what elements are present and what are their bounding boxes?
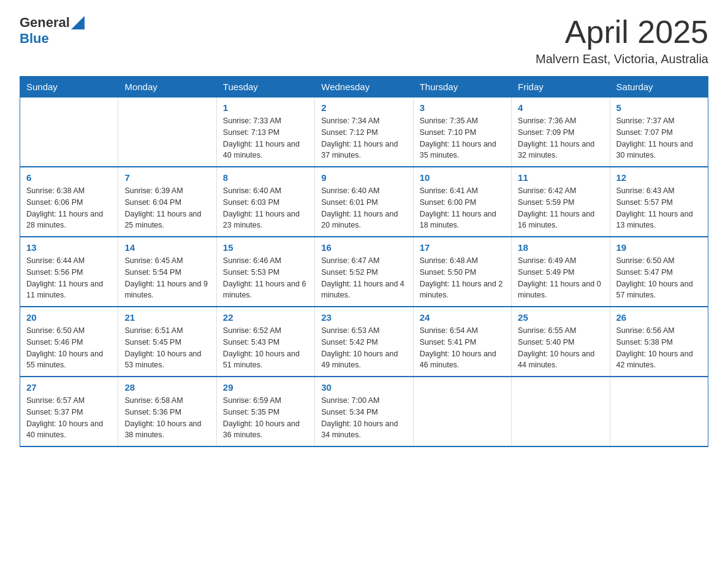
day-number: 14 [124, 242, 210, 253]
day-info: Sunrise: 6:42 AM Sunset: 5:59 PM Dayligh… [518, 185, 603, 231]
calendar-cell: 24Sunrise: 6:54 AM Sunset: 5:41 PM Dayli… [413, 307, 511, 377]
logo-blue-text: Blue [20, 31, 49, 47]
calendar-cell [413, 377, 511, 446]
calendar-cell: 26Sunrise: 6:56 AM Sunset: 5:38 PM Dayli… [610, 307, 708, 377]
day-number: 11 [518, 172, 603, 183]
calendar-cell: 15Sunrise: 6:46 AM Sunset: 5:53 PM Dayli… [216, 237, 314, 307]
day-number: 22 [223, 312, 308, 323]
calendar-cell: 20Sunrise: 6:50 AM Sunset: 5:46 PM Dayli… [20, 307, 118, 377]
day-info: Sunrise: 6:56 AM Sunset: 5:38 PM Dayligh… [616, 325, 702, 371]
day-number: 25 [518, 312, 603, 323]
day-number: 5 [616, 102, 702, 113]
day-number: 24 [420, 312, 505, 323]
day-info: Sunrise: 6:54 AM Sunset: 5:41 PM Dayligh… [420, 325, 505, 371]
day-number: 23 [321, 312, 406, 323]
calendar-cell: 16Sunrise: 6:47 AM Sunset: 5:52 PM Dayli… [315, 237, 413, 307]
logo-triangle-icon [71, 16, 85, 29]
calendar-cell: 18Sunrise: 6:49 AM Sunset: 5:49 PM Dayli… [512, 237, 610, 307]
calendar-cell: 22Sunrise: 6:52 AM Sunset: 5:43 PM Dayli… [216, 307, 314, 377]
day-number: 15 [223, 242, 308, 253]
day-info: Sunrise: 6:47 AM Sunset: 5:52 PM Dayligh… [321, 255, 406, 301]
calendar-cell: 3Sunrise: 7:35 AM Sunset: 7:10 PM Daylig… [413, 98, 511, 167]
day-info: Sunrise: 6:51 AM Sunset: 5:45 PM Dayligh… [124, 325, 210, 371]
day-info: Sunrise: 6:39 AM Sunset: 6:04 PM Dayligh… [124, 185, 210, 231]
day-info: Sunrise: 6:46 AM Sunset: 5:53 PM Dayligh… [223, 255, 308, 301]
col-tuesday: Tuesday [216, 77, 314, 98]
calendar-table: Sunday Monday Tuesday Wednesday Thursday… [20, 76, 708, 447]
calendar-week-row: 13Sunrise: 6:44 AM Sunset: 5:56 PM Dayli… [20, 237, 708, 307]
calendar-cell: 14Sunrise: 6:45 AM Sunset: 5:54 PM Dayli… [118, 237, 216, 307]
day-number: 13 [26, 242, 112, 253]
calendar-week-row: 1Sunrise: 7:33 AM Sunset: 7:13 PM Daylig… [20, 98, 708, 167]
col-sunday: Sunday [20, 77, 118, 98]
day-number: 30 [321, 382, 406, 393]
day-number: 21 [124, 312, 210, 323]
calendar-cell: 11Sunrise: 6:42 AM Sunset: 5:59 PM Dayli… [512, 167, 610, 237]
day-info: Sunrise: 6:41 AM Sunset: 6:00 PM Dayligh… [420, 185, 505, 231]
day-info: Sunrise: 6:52 AM Sunset: 5:43 PM Dayligh… [223, 325, 308, 371]
day-number: 3 [420, 102, 505, 113]
calendar-cell: 9Sunrise: 6:40 AM Sunset: 6:01 PM Daylig… [315, 167, 413, 237]
day-number: 7 [124, 172, 210, 183]
day-number: 10 [420, 172, 505, 183]
calendar-cell: 28Sunrise: 6:58 AM Sunset: 5:36 PM Dayli… [118, 377, 216, 446]
day-number: 8 [223, 172, 308, 183]
day-info: Sunrise: 6:53 AM Sunset: 5:42 PM Dayligh… [321, 325, 406, 371]
calendar-cell: 13Sunrise: 6:44 AM Sunset: 5:56 PM Dayli… [20, 237, 118, 307]
day-info: Sunrise: 6:40 AM Sunset: 6:03 PM Dayligh… [223, 185, 308, 231]
day-info: Sunrise: 6:38 AM Sunset: 6:06 PM Dayligh… [26, 185, 112, 231]
day-number: 12 [616, 172, 702, 183]
day-number: 20 [26, 312, 112, 323]
day-info: Sunrise: 6:57 AM Sunset: 5:37 PM Dayligh… [26, 395, 112, 441]
calendar-cell: 29Sunrise: 6:59 AM Sunset: 5:35 PM Dayli… [216, 377, 314, 446]
day-info: Sunrise: 7:00 AM Sunset: 5:34 PM Dayligh… [321, 395, 406, 441]
calendar-cell: 25Sunrise: 6:55 AM Sunset: 5:40 PM Dayli… [512, 307, 610, 377]
calendar-cell: 1Sunrise: 7:33 AM Sunset: 7:13 PM Daylig… [216, 98, 314, 167]
day-number: 17 [420, 242, 505, 253]
day-number: 28 [124, 382, 210, 393]
day-number: 26 [616, 312, 702, 323]
day-info: Sunrise: 6:40 AM Sunset: 6:01 PM Dayligh… [321, 185, 406, 231]
day-info: Sunrise: 6:45 AM Sunset: 5:54 PM Dayligh… [124, 255, 210, 301]
day-info: Sunrise: 6:44 AM Sunset: 5:56 PM Dayligh… [26, 255, 112, 301]
calendar-week-row: 6Sunrise: 6:38 AM Sunset: 6:06 PM Daylig… [20, 167, 708, 237]
day-number: 9 [321, 172, 406, 183]
day-info: Sunrise: 7:35 AM Sunset: 7:10 PM Dayligh… [420, 115, 505, 161]
calendar-header: Sunday Monday Tuesday Wednesday Thursday… [20, 77, 708, 98]
svg-marker-0 [71, 16, 85, 29]
calendar-cell: 5Sunrise: 7:37 AM Sunset: 7:07 PM Daylig… [610, 98, 708, 167]
col-monday: Monday [118, 77, 216, 98]
calendar-cell: 21Sunrise: 6:51 AM Sunset: 5:45 PM Dayli… [118, 307, 216, 377]
day-info: Sunrise: 6:43 AM Sunset: 5:57 PM Dayligh… [616, 185, 702, 231]
col-friday: Friday [512, 77, 610, 98]
calendar-cell: 7Sunrise: 6:39 AM Sunset: 6:04 PM Daylig… [118, 167, 216, 237]
calendar-cell: 4Sunrise: 7:36 AM Sunset: 7:09 PM Daylig… [512, 98, 610, 167]
page-header: General Blue April 2025 Malvern East, Vi… [20, 15, 708, 66]
day-number: 27 [26, 382, 112, 393]
calendar-week-row: 27Sunrise: 6:57 AM Sunset: 5:37 PM Dayli… [20, 377, 708, 446]
day-info: Sunrise: 6:49 AM Sunset: 5:49 PM Dayligh… [518, 255, 603, 301]
day-number: 2 [321, 102, 406, 113]
calendar-cell [20, 98, 118, 167]
calendar-cell: 8Sunrise: 6:40 AM Sunset: 6:03 PM Daylig… [216, 167, 314, 237]
calendar-cell [512, 377, 610, 446]
day-info: Sunrise: 7:36 AM Sunset: 7:09 PM Dayligh… [518, 115, 603, 161]
day-number: 16 [321, 242, 406, 253]
day-info: Sunrise: 6:48 AM Sunset: 5:50 PM Dayligh… [420, 255, 505, 301]
calendar-cell: 12Sunrise: 6:43 AM Sunset: 5:57 PM Dayli… [610, 167, 708, 237]
month-title: April 2025 [536, 15, 708, 50]
day-number: 29 [223, 382, 308, 393]
calendar-week-row: 20Sunrise: 6:50 AM Sunset: 5:46 PM Dayli… [20, 307, 708, 377]
calendar-cell: 23Sunrise: 6:53 AM Sunset: 5:42 PM Dayli… [315, 307, 413, 377]
day-number: 18 [518, 242, 603, 253]
col-wednesday: Wednesday [315, 77, 413, 98]
day-info: Sunrise: 6:50 AM Sunset: 5:47 PM Dayligh… [616, 255, 702, 301]
day-number: 6 [26, 172, 112, 183]
calendar-cell [118, 98, 216, 167]
day-number: 1 [223, 102, 308, 113]
header-row: Sunday Monday Tuesday Wednesday Thursday… [20, 77, 708, 98]
calendar-cell [610, 377, 708, 446]
calendar-cell: 30Sunrise: 7:00 AM Sunset: 5:34 PM Dayli… [315, 377, 413, 446]
day-info: Sunrise: 7:37 AM Sunset: 7:07 PM Dayligh… [616, 115, 702, 161]
day-number: 19 [616, 242, 702, 253]
